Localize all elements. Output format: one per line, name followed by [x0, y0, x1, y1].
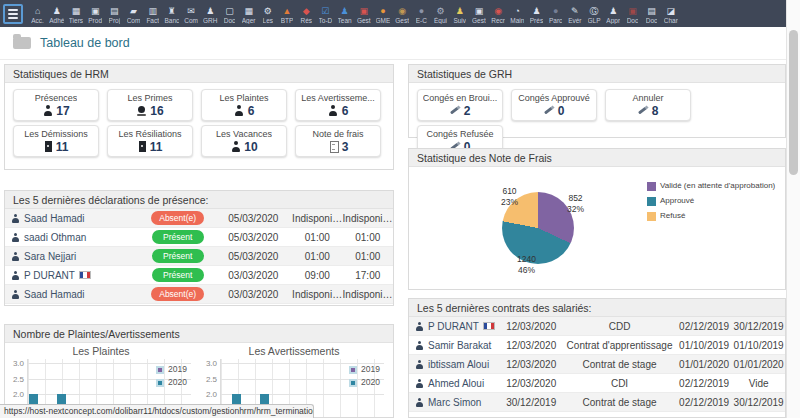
stat-card-value: 10	[230, 140, 257, 154]
section-employee-contracts: Les 5 dernières contrats des salariés: P…	[408, 298, 786, 418]
nav-item-todo[interactable]: ☑To-D	[316, 4, 335, 24]
employee-link[interactable]: Sara Nejjari	[5, 251, 141, 262]
contract-start-date: 02/12/2019	[676, 321, 732, 332]
stat-card-annuler[interactable]: Annuler8	[605, 89, 691, 121]
pie-value: 852	[568, 193, 582, 203]
nav-item-products[interactable]: ▣Prod	[86, 4, 105, 24]
nav-item-label: Char	[664, 17, 678, 24]
nav-item-doc-media[interactable]: ▣Doc	[623, 4, 642, 24]
nav-item-management-3[interactable]: ▣Gest	[469, 4, 488, 24]
stat-card-conges-brouillon[interactable]: Congés en Broui...2	[417, 89, 503, 121]
nav-item-management-2[interactable]: ◉Gest	[393, 4, 412, 24]
recruitment-icon: ◉	[494, 6, 502, 17]
presence-row[interactable]: Saad HamadiAbsent(e)05/03/2020Indisponib…	[5, 209, 393, 228]
follow-up-icon: ♟	[456, 6, 464, 17]
nav-item-follow-up[interactable]: ♟Suiv	[450, 4, 469, 24]
signature-icon	[544, 105, 555, 116]
contract-row[interactable]: P DURANT12/03/2020CDD02/12/201930/12/201…	[409, 317, 785, 336]
presence-row[interactable]: Saad HamadiAbsent(e)03/03/2020Indisponib…	[5, 285, 393, 304]
presence-row[interactable]: P DURANTPrésent03/03/202009:0017:00	[5, 266, 393, 285]
nav-item-third-parties[interactable]: ▦Tiers	[66, 4, 85, 24]
nav-item-label: Doc	[646, 17, 658, 24]
nav-item-tools[interactable]: ⚙Les	[258, 4, 277, 24]
stat-card-primes[interactable]: Les Primes16	[107, 89, 193, 121]
todo-icon: ☑	[321, 6, 329, 17]
stat-card-note-de-frais[interactable]: Note de frais3	[295, 125, 381, 157]
legend-swatch	[647, 212, 656, 221]
employee-link[interactable]: Ahmed Aloui	[409, 378, 499, 389]
nav-item-invoices[interactable]: ▥Fact	[143, 4, 162, 24]
nav-item-label: Parc	[549, 17, 562, 24]
legend-label: Approuvé	[660, 196, 694, 205]
y-axis-tick-label: 3.0	[7, 359, 24, 368]
nav-item-charts[interactable]: ◪Char	[661, 4, 680, 24]
stat-card-plaintes[interactable]: Les Plaintes6	[201, 89, 287, 121]
nav-item-events[interactable]: ✎Evér	[565, 4, 584, 24]
nav-item-equipment[interactable]: ⚙Équi	[431, 4, 450, 24]
nav-item-attendance[interactable]: ♟Prés	[527, 4, 546, 24]
nav-item-mail[interactable]: ✉Com	[182, 4, 201, 24]
legend-swatch	[647, 197, 656, 206]
employee-link[interactable]: saadi Othman	[5, 232, 141, 243]
hamburger-menu-button[interactable]	[3, 4, 23, 24]
nav-item-bank[interactable]: ♜Banc	[162, 4, 181, 24]
stat-card-resiliations[interactable]: Les Résiliations11	[107, 125, 193, 157]
nav-item-label: Banc	[164, 17, 179, 24]
employee-link[interactable]: Samir Barakat	[409, 340, 499, 351]
nav-item-approvals[interactable]: ♟Appr	[604, 4, 623, 24]
presence-row[interactable]: Sara NejjariPrésent05/03/202001:0001:00	[5, 247, 393, 266]
employee-link[interactable]: ibtissam Aloui	[409, 359, 499, 370]
nav-item-home[interactable]: ⌂Acc.	[28, 4, 47, 24]
stat-card-count: 11	[150, 140, 163, 154]
nav-item-label: Équi	[434, 17, 447, 24]
stat-card-avertissements[interactable]: Les Avertisseme...6	[295, 89, 381, 121]
stat-card-presences[interactable]: Présences17	[13, 89, 99, 121]
nav-item-documents[interactable]: ▢Doc	[220, 4, 239, 24]
presence-end-time: Indisponible	[343, 213, 393, 224]
stat-card-conges-approuve[interactable]: Congés Approuvé0	[511, 89, 597, 121]
employee-link[interactable]: Saad Hamadi	[5, 213, 141, 224]
contract-row[interactable]: Marc Simon30/12/2019Contrat de stage02/1…	[409, 393, 785, 412]
nav-item-agenda[interactable]: ▦Ager	[239, 4, 258, 24]
management-1-icon: ▣	[360, 6, 369, 17]
presence-date: 05/03/2020	[215, 232, 293, 243]
nav-item-commercial[interactable]: ▰Com	[124, 4, 143, 24]
person-icon	[11, 290, 20, 299]
nav-item-recruitment[interactable]: ◉Recr	[489, 4, 508, 24]
employee-link[interactable]: P DURANT	[5, 270, 141, 281]
contract-end-date: 30/12/2019	[732, 397, 785, 408]
nav-item-team[interactable]: ♟Tean	[335, 4, 354, 24]
nav-item-projects[interactable]: ▤Proj	[105, 4, 124, 24]
nav-item-glp[interactable]: ⒼGLP	[584, 4, 603, 24]
nav-item-gme[interactable]: ●GME	[373, 4, 392, 24]
nav-item-fleet[interactable]: ●Parc	[546, 4, 565, 24]
contract-row[interactable]: Ahmed Aloui12/03/2020CDI02/12/2019Vide	[409, 374, 785, 393]
nav-item-hr-grh[interactable]: ♟GRH	[201, 4, 220, 24]
nav-item-maintenance[interactable]: ◔Main	[508, 4, 527, 24]
stat-card-vacances[interactable]: Les Vacances10	[201, 125, 287, 157]
complaints-icon	[234, 105, 245, 116]
employee-link[interactable]: Saad Hamadi	[5, 289, 141, 300]
scrollbar-thumb[interactable]	[789, 30, 798, 175]
nav-item-members[interactable]: ♟Adhé	[47, 4, 66, 24]
stat-card-count: 8	[652, 104, 659, 118]
nav-item-label: Com	[127, 17, 141, 24]
contract-start-date: 02/12/2019	[676, 378, 732, 389]
nav-item-ecommerce[interactable]: ●E-C	[412, 4, 431, 24]
presence-row[interactable]: saadi OthmanPrésent05/03/202001:0001:00	[5, 228, 393, 247]
presence-end-time: 01:00	[343, 251, 393, 262]
contract-row[interactable]: Samir Barakat12/03/2020Contrat d'apprent…	[409, 336, 785, 355]
nav-item-doc-ged[interactable]: ▤Doc	[642, 4, 661, 24]
vertical-scrollbar[interactable]	[786, 0, 800, 418]
employee-link[interactable]: Marc Simon	[409, 397, 499, 408]
contract-row[interactable]: ibtissam Aloui12/03/2020Contrat de stage…	[409, 355, 785, 374]
stat-card-demissions[interactable]: Les Démissions11	[13, 125, 99, 157]
presence-end-time: Indisponible	[343, 289, 393, 300]
nav-item-network[interactable]: ◆Rés	[297, 4, 316, 24]
nav-item-btp[interactable]: ▲BTP	[277, 4, 296, 24]
nav-item-label: Gest	[395, 17, 409, 24]
presence-date: 03/03/2020	[215, 289, 293, 300]
pie-value: 610	[502, 186, 516, 196]
nav-item-management-1[interactable]: ▣Gest	[354, 4, 373, 24]
employee-link[interactable]: P DURANT	[409, 321, 499, 332]
